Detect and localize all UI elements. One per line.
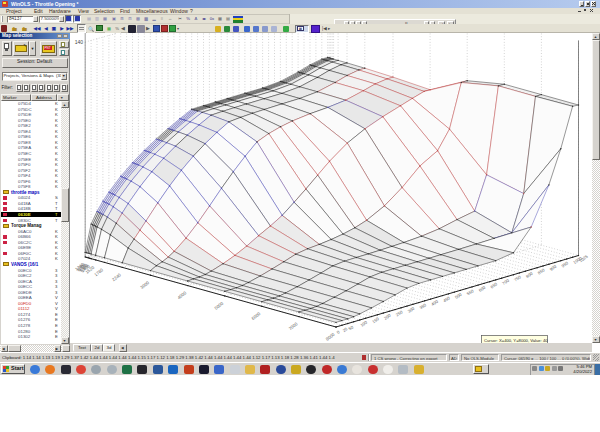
- svg-text:140: 140: [75, 39, 84, 45]
- svg-text:Cursor: X=400, Y=8000, Value:: Cursor: X=400, Y=8000, Value: 40: [484, 338, 548, 343]
